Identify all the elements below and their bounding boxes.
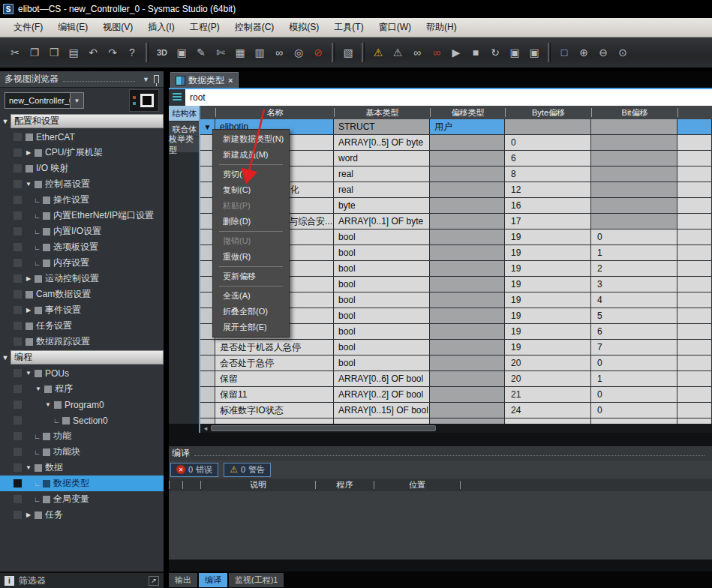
bottom-tab[interactable]: 编译 (199, 573, 227, 587)
table-cell[interactable]: 保留 (215, 371, 333, 386)
twisty-icon[interactable]: ▼ (24, 181, 33, 188)
help-icon[interactable]: ? (123, 44, 141, 62)
tree-item[interactable]: ∟内置EtherNet/IP端口设置 (0, 208, 164, 224)
table-cell[interactable] (677, 245, 711, 260)
table-cell[interactable]: bool (334, 324, 429, 339)
table-cell[interactable]: 5 (591, 308, 677, 323)
table-cell[interactable] (677, 387, 711, 402)
tree-item[interactable]: ▶事件设置 (0, 302, 164, 318)
twisty-icon[interactable]: ▼ (34, 386, 43, 392)
table-cell[interactable] (677, 151, 711, 166)
menu-item[interactable]: 文件(F) (6, 19, 50, 36)
context-menu-item[interactable]: 新建成员(M) (213, 147, 289, 163)
cut-icon[interactable]: ✂ (6, 44, 24, 62)
table-cell[interactable]: 19 (505, 340, 590, 355)
export-icon[interactable]: ▣ (173, 44, 191, 62)
tree-item[interactable]: ∟内存设置 (0, 255, 164, 271)
context-menu-item[interactable]: 复制(C) (213, 182, 289, 198)
table-cell[interactable] (200, 418, 215, 424)
table-cell[interactable] (677, 214, 711, 229)
table-cell[interactable]: bool (334, 308, 429, 323)
table-cell[interactable]: 0 (591, 356, 677, 370)
table-cell[interactable] (430, 230, 504, 244)
table-cell[interactable]: 2 (591, 261, 677, 276)
tree-item[interactable]: ▶CPU/扩展机架 (0, 145, 164, 160)
table-cell[interactable]: real (334, 166, 429, 182)
tree-item-selected[interactable]: ∟数据类型 (0, 476, 164, 491)
table-cell[interactable]: real (334, 182, 429, 197)
table-cell[interactable] (677, 198, 711, 213)
table-cell[interactable] (430, 198, 504, 213)
table-cell[interactable] (430, 261, 504, 276)
warnings-toggle-button[interactable]: ⚠ 0 警告 (224, 463, 271, 477)
table-cell[interactable]: 19 (505, 261, 590, 276)
context-menu-item[interactable]: 展开全部(E) (213, 320, 289, 335)
twisty-icon[interactable]: ▼ (24, 464, 33, 471)
paste-icon[interactable]: ❒ (45, 44, 63, 62)
rebuild-icon[interactable]: ▧ (339, 44, 357, 62)
table-cell[interactable] (591, 166, 677, 182)
table-cell[interactable] (677, 308, 711, 323)
table-cell[interactable]: 24 (505, 403, 590, 418)
twisty-icon[interactable]: ▶ (24, 149, 33, 156)
table-cell[interactable]: 19 (505, 308, 590, 323)
table-cell[interactable]: 0 (591, 230, 677, 244)
tree-item[interactable]: ▶任务 (0, 507, 164, 523)
table-cell[interactable]: bool (334, 340, 429, 355)
table-cell[interactable]: bool (334, 230, 429, 244)
table-cell[interactable] (677, 166, 711, 182)
table-cell[interactable] (591, 151, 677, 166)
table-cell[interactable] (215, 418, 333, 424)
table-row[interactable]: 会否处于急停bool200 (200, 356, 712, 371)
table-cell[interactable] (591, 182, 677, 197)
table-cell[interactable]: 19 (505, 230, 590, 244)
tree-item[interactable]: Cam数据设置 (0, 286, 164, 302)
table-cell[interactable] (505, 418, 590, 424)
stop-icon[interactable]: ■ (467, 44, 485, 62)
delete-icon[interactable]: ▤ (65, 44, 83, 62)
twisty-icon[interactable]: ▶ (24, 275, 33, 282)
context-menu-item[interactable]: 全选(A) (213, 288, 289, 304)
context-menu-item[interactable]: 更新偏移 (213, 268, 289, 284)
table-cell[interactable]: 6 (591, 324, 677, 339)
table-cell[interactable]: 17 (505, 214, 590, 229)
table-cell[interactable] (334, 418, 429, 424)
table-cell[interactable]: ARRAY[0..15] OF bool (334, 403, 429, 418)
collapse-triangle-icon[interactable]: ▼ (0, 354, 11, 362)
table-cell[interactable] (591, 119, 677, 134)
menu-item[interactable]: 模拟(S) (281, 19, 326, 36)
tree-item[interactable]: ▼POUs (0, 365, 164, 381)
table-cell[interactable]: ARRAY[0..6] OF bool (334, 371, 429, 386)
tree-item[interactable]: ∟选项板设置 (0, 239, 164, 255)
zoom-out-icon[interactable]: ⊖ (594, 44, 612, 62)
twisty-icon[interactable]: ▶ (24, 512, 33, 518)
table-cell[interactable] (677, 403, 711, 418)
table-cell[interactable] (200, 356, 215, 370)
tree-item[interactable]: ∟功能 (0, 428, 164, 444)
copy-icon[interactable]: ❐ (26, 44, 44, 62)
table-cell[interactable]: 21 (505, 387, 590, 402)
table-cell[interactable] (591, 418, 677, 424)
table-row[interactable]: 标准数字IO状态ARRAY[0..15] OF bool240 (200, 403, 712, 418)
table-cell[interactable] (677, 119, 711, 134)
table-cell[interactable] (430, 182, 504, 197)
popout-icon[interactable]: ↗ (149, 576, 159, 586)
menu-item[interactable]: 控制器(C) (227, 19, 282, 36)
table-cell[interactable] (591, 198, 677, 213)
table-cell[interactable] (430, 292, 504, 308)
tree-section[interactable]: ▼编程 (0, 350, 164, 365)
table-cell[interactable] (430, 387, 504, 402)
table-cell[interactable]: 用户 (430, 119, 504, 134)
watch-icon[interactable]: ∞ (270, 44, 288, 62)
tree-item[interactable]: ∟操作设置 (0, 192, 164, 208)
tree-item[interactable]: ▼数据 (0, 460, 164, 476)
controller-select[interactable]: new_Controller_0 ▼ (5, 92, 84, 109)
table-row[interactable]: 是否处于机器人急停bool197 (200, 340, 712, 356)
tab-data-types[interactable]: 数据类型 × (170, 72, 239, 88)
table-cell[interactable]: 会否处于急停 (215, 356, 333, 370)
table-cell[interactable] (430, 356, 504, 370)
twisty-icon[interactable]: ▼ (24, 370, 33, 376)
table-cell[interactable]: 19 (505, 324, 590, 339)
table-cell[interactable] (430, 418, 504, 424)
table-cell[interactable]: bool (334, 245, 429, 260)
